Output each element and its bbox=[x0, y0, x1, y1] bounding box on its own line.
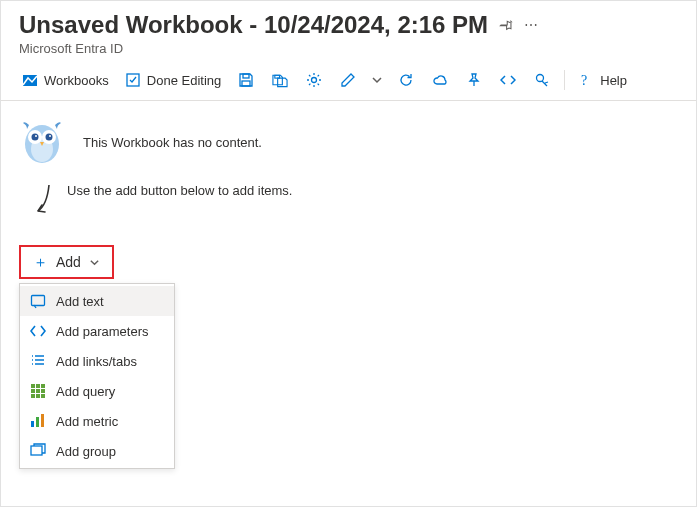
save-icon bbox=[238, 72, 254, 88]
cloud-button[interactable] bbox=[426, 66, 454, 94]
svg-rect-25 bbox=[41, 394, 45, 398]
cloud-icon bbox=[432, 72, 448, 88]
svg-text:?: ? bbox=[581, 73, 587, 88]
menu-item-label: Add metric bbox=[56, 414, 118, 429]
help-button[interactable]: ? Help bbox=[573, 66, 632, 94]
page-title: Unsaved Workbook - 10/24/2024, 2:16 PM bbox=[19, 11, 488, 39]
menu-item-label: Add query bbox=[56, 384, 115, 399]
menu-item-add-text[interactable]: Add text bbox=[20, 286, 174, 316]
hint-row: Use the add button below to add items. bbox=[19, 183, 678, 219]
arrow-icon bbox=[33, 183, 53, 219]
chevron-down-icon bbox=[89, 257, 100, 268]
query-icon bbox=[30, 383, 46, 399]
save-button[interactable] bbox=[232, 66, 260, 94]
empty-state: This Workbook has no content. bbox=[19, 119, 678, 165]
refresh-button[interactable] bbox=[392, 66, 420, 94]
done-editing-icon bbox=[125, 72, 141, 88]
workbooks-button[interactable]: Workbooks bbox=[17, 66, 114, 94]
svg-point-14 bbox=[35, 135, 37, 137]
svg-rect-27 bbox=[36, 417, 39, 427]
svg-point-13 bbox=[46, 134, 53, 141]
svg-rect-17 bbox=[31, 384, 35, 388]
pin-button[interactable] bbox=[460, 66, 488, 94]
workbooks-label: Workbooks bbox=[44, 73, 109, 88]
menu-item-add-links[interactable]: Add links/tabs bbox=[20, 346, 174, 376]
list-icon bbox=[30, 353, 46, 369]
svg-point-6 bbox=[537, 75, 544, 82]
svg-point-5 bbox=[312, 78, 317, 83]
done-editing-button[interactable]: Done Editing bbox=[120, 66, 226, 94]
svg-rect-16 bbox=[32, 296, 45, 306]
add-button-wrap: ＋ Add Add text Add parameters bbox=[19, 245, 678, 469]
refresh-icon bbox=[398, 72, 414, 88]
group-icon bbox=[30, 443, 46, 459]
help-label: Help bbox=[600, 73, 627, 88]
save-as-icon bbox=[272, 72, 288, 88]
menu-item-add-parameters[interactable]: Add parameters bbox=[20, 316, 174, 346]
empty-message: This Workbook has no content. bbox=[83, 135, 262, 150]
workbooks-icon bbox=[22, 72, 38, 88]
content: This Workbook has no content. Use the ad… bbox=[1, 101, 696, 469]
menu-item-add-metric[interactable]: Add metric bbox=[20, 406, 174, 436]
menu-item-add-query[interactable]: Add query bbox=[20, 376, 174, 406]
code-icon bbox=[500, 72, 516, 88]
done-editing-label: Done Editing bbox=[147, 73, 221, 88]
plus-icon: ＋ bbox=[33, 253, 48, 272]
svg-rect-21 bbox=[36, 389, 40, 393]
svg-point-15 bbox=[49, 135, 51, 137]
svg-rect-22 bbox=[41, 389, 45, 393]
title-row: Unsaved Workbook - 10/24/2024, 2:16 PM ⋯ bbox=[19, 11, 678, 39]
menu-item-label: Add group bbox=[56, 444, 116, 459]
more-icon[interactable]: ⋯ bbox=[524, 17, 539, 33]
add-button[interactable]: ＋ Add bbox=[19, 245, 114, 279]
menu-item-label: Add links/tabs bbox=[56, 354, 137, 369]
svg-rect-26 bbox=[31, 421, 34, 427]
hint-text: Use the add button below to add items. bbox=[67, 183, 292, 198]
parameters-icon bbox=[30, 323, 46, 339]
svg-rect-3 bbox=[242, 81, 250, 86]
menu-item-label: Add parameters bbox=[56, 324, 149, 339]
breadcrumb: Microsoft Entra ID bbox=[19, 41, 678, 56]
menu-item-add-group[interactable]: Add group bbox=[20, 436, 174, 466]
toolbar: Workbooks Done Editing ? Help bbox=[1, 58, 696, 101]
feedback-button[interactable] bbox=[528, 66, 556, 94]
svg-point-12 bbox=[32, 134, 39, 141]
svg-rect-24 bbox=[36, 394, 40, 398]
menu-item-label: Add text bbox=[56, 294, 104, 309]
metric-icon bbox=[30, 413, 46, 429]
settings-button[interactable] bbox=[300, 66, 328, 94]
svg-rect-28 bbox=[41, 414, 44, 427]
feedback-icon bbox=[534, 72, 550, 88]
svg-rect-18 bbox=[36, 384, 40, 388]
help-icon: ? bbox=[578, 72, 594, 88]
svg-rect-19 bbox=[41, 384, 45, 388]
svg-rect-20 bbox=[31, 389, 35, 393]
svg-rect-29 bbox=[31, 446, 42, 455]
edit-dropdown[interactable] bbox=[368, 66, 386, 94]
svg-rect-23 bbox=[31, 394, 35, 398]
text-icon bbox=[30, 293, 46, 309]
save-as-button[interactable] bbox=[266, 66, 294, 94]
svg-rect-2 bbox=[243, 74, 249, 78]
pin-icon[interactable] bbox=[498, 17, 514, 33]
pushpin-icon bbox=[466, 72, 482, 88]
pencil-icon bbox=[340, 72, 356, 88]
code-button[interactable] bbox=[494, 66, 522, 94]
header: Unsaved Workbook - 10/24/2024, 2:16 PM ⋯… bbox=[1, 1, 696, 58]
add-button-label: Add bbox=[56, 254, 81, 270]
gear-icon bbox=[306, 72, 322, 88]
chevron-down-icon bbox=[369, 72, 385, 88]
edit-button[interactable] bbox=[334, 66, 362, 94]
add-menu: Add text Add parameters Add links/tabs A… bbox=[19, 283, 175, 469]
separator bbox=[564, 70, 565, 90]
owl-icon bbox=[19, 119, 65, 165]
